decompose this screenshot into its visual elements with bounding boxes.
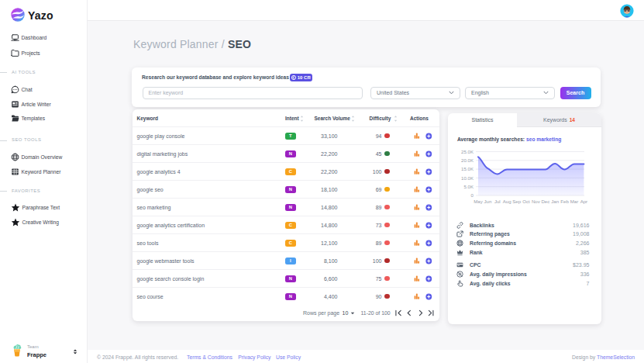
- svg-text:May: May: [474, 199, 483, 204]
- svg-text:Sep: Sep: [512, 199, 521, 204]
- svg-text:Jan: Jan: [551, 199, 559, 204]
- svg-text:Dec: Dec: [541, 199, 549, 204]
- svg-text:Nov: Nov: [532, 199, 541, 204]
- svg-text:Feb: Feb: [560, 199, 569, 204]
- svg-text:25.0K: 25.0K: [461, 149, 474, 154]
- svg-text:Mar: Mar: [570, 199, 579, 204]
- svg-text:Aug: Aug: [503, 199, 511, 204]
- svg-text:15.0K: 15.0K: [461, 166, 474, 171]
- svg-text:Apr: Apr: [580, 199, 587, 204]
- svg-text:Oct: Oct: [522, 199, 530, 204]
- svg-text:Jul: Jul: [494, 199, 501, 204]
- svg-text:5.0K: 5.0K: [463, 184, 474, 189]
- svg-text:0: 0: [471, 192, 474, 198]
- svg-text:10.0K: 10.0K: [461, 175, 474, 181]
- svg-text:Jun: Jun: [484, 199, 491, 204]
- svg-text:20.0K: 20.0K: [461, 157, 474, 163]
